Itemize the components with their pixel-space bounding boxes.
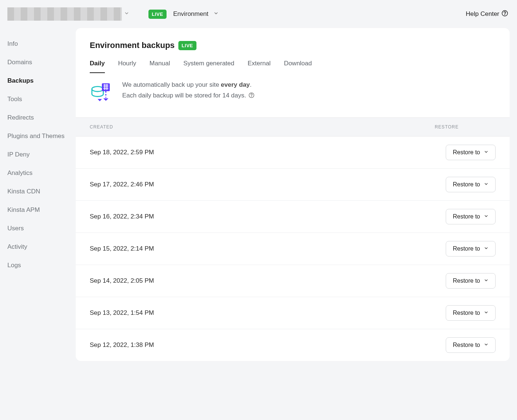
backup-row: Sep 16, 2022, 2:34 PMRestore to (76, 201, 510, 233)
sidebar-item-analytics[interactable]: Analytics (7, 164, 76, 182)
chevron-down-icon (484, 149, 489, 156)
sidebar-item-redirects[interactable]: Redirects (7, 109, 76, 127)
sidebar-item-info[interactable]: Info (7, 35, 76, 53)
environment-label[interactable]: Environment (173, 10, 208, 18)
backup-created: Sep 13, 2022, 1:54 PM (90, 309, 154, 317)
restore-label: Restore to (453, 245, 480, 252)
backup-created: Sep 18, 2022, 2:59 PM (90, 149, 154, 156)
tab-daily[interactable]: Daily (90, 60, 105, 73)
backup-row: Sep 17, 2022, 2:46 PMRestore to (76, 169, 510, 201)
tabs: DailyHourlyManualSystem generatedExterna… (90, 60, 496, 73)
sidebar-item-tools[interactable]: Tools (7, 90, 76, 109)
svg-point-1 (505, 14, 505, 15)
svg-point-2 (92, 86, 103, 92)
sidebar-item-kinsta-apm[interactable]: Kinsta APM (7, 201, 76, 219)
page-title: Environment backups (90, 41, 175, 50)
restore-to-button[interactable]: Restore to (446, 337, 496, 353)
column-header-created: CREATED (90, 124, 113, 130)
sidebar-item-plugins-and-themes[interactable]: Plugins and Themes (7, 127, 76, 145)
info-line1-bold: every day (221, 81, 250, 88)
live-badge: LIVE (148, 10, 167, 19)
chevron-down-icon (484, 278, 489, 284)
chevron-down-icon (484, 181, 489, 188)
sidebar-item-kinsta-cdn[interactable]: Kinsta CDN (7, 182, 76, 201)
chevron-down-icon (484, 245, 489, 252)
restore-label: Restore to (453, 149, 480, 156)
chevron-down-icon (484, 213, 489, 220)
help-center-link[interactable]: Help Center (466, 10, 508, 18)
backup-row: Sep 13, 2022, 1:54 PMRestore to (76, 297, 510, 329)
topbar: LIVE Environment Help Center (0, 0, 517, 28)
restore-label: Restore to (453, 342, 480, 348)
tab-system-generated[interactable]: System generated (184, 60, 234, 73)
site-name-redacted (7, 7, 122, 21)
backup-calendar-icon (90, 80, 113, 104)
svg-point-14 (251, 96, 252, 97)
sidebar-item-ip-deny[interactable]: IP Deny (7, 145, 76, 164)
restore-to-button[interactable]: Restore to (446, 145, 496, 160)
backup-row: Sep 18, 2022, 2:59 PMRestore to (76, 137, 510, 169)
sidebar-item-activity[interactable]: Activity (7, 238, 76, 256)
backup-created: Sep 16, 2022, 2:34 PM (90, 213, 154, 220)
chevron-down-icon[interactable] (213, 11, 219, 17)
backup-created: Sep 14, 2022, 2:05 PM (90, 277, 154, 285)
restore-to-button[interactable]: Restore to (446, 305, 496, 321)
svg-marker-10 (103, 98, 109, 101)
backup-row: Sep 14, 2022, 2:05 PMRestore to (76, 265, 510, 297)
help-center-label: Help Center (466, 10, 499, 18)
restore-label: Restore to (453, 213, 480, 220)
tab-hourly[interactable]: Hourly (118, 60, 136, 73)
restore-label: Restore to (453, 310, 480, 316)
restore-to-button[interactable]: Restore to (446, 273, 496, 289)
tab-download[interactable]: Download (284, 60, 312, 73)
column-header-restore: RESTORE (435, 124, 459, 130)
backup-row: Sep 15, 2022, 2:14 PMRestore to (76, 233, 510, 265)
question-circle-icon[interactable] (248, 92, 254, 99)
tab-external[interactable]: External (248, 60, 271, 73)
sidebar-item-backups[interactable]: Backups (7, 72, 76, 90)
info-line2: Each daily backup will be stored for 14 … (122, 92, 246, 99)
live-badge: LIVE (178, 41, 196, 50)
site-selector[interactable] (7, 7, 144, 21)
chevron-down-icon (484, 310, 489, 316)
backup-rows: Sep 18, 2022, 2:59 PMRestore toSep 17, 2… (76, 137, 510, 361)
chevron-down-icon (124, 11, 129, 17)
info-line1-pre: We automatically back up your site (122, 81, 221, 88)
backup-created: Sep 17, 2022, 2:46 PM (90, 181, 154, 188)
sidebar-item-logs[interactable]: Logs (7, 256, 76, 275)
sidebar-item-domains[interactable]: Domains (7, 53, 76, 72)
table-head: CREATED RESTORE (76, 117, 510, 137)
restore-label: Restore to (453, 278, 480, 284)
restore-label: Restore to (453, 181, 480, 188)
restore-to-button[interactable]: Restore to (446, 241, 496, 257)
info-text: We automatically back up your site every… (122, 80, 254, 101)
restore-to-button[interactable]: Restore to (446, 209, 496, 224)
backup-created: Sep 15, 2022, 2:14 PM (90, 245, 154, 252)
info-line1-post: . (250, 81, 252, 88)
question-circle-icon (501, 10, 508, 18)
backup-created: Sep 12, 2022, 1:38 PM (90, 341, 154, 349)
sidebar: InfoDomainsBackupsToolsRedirectsPlugins … (0, 28, 76, 275)
main-card: Environment backups LIVE DailyHourlyManu… (76, 28, 510, 361)
backup-row: Sep 12, 2022, 1:38 PMRestore to (76, 329, 510, 361)
restore-to-button[interactable]: Restore to (446, 177, 496, 192)
tab-manual[interactable]: Manual (150, 60, 170, 73)
sidebar-item-users[interactable]: Users (7, 219, 76, 238)
info-block: We automatically back up your site every… (76, 73, 510, 117)
chevron-down-icon (484, 342, 489, 348)
